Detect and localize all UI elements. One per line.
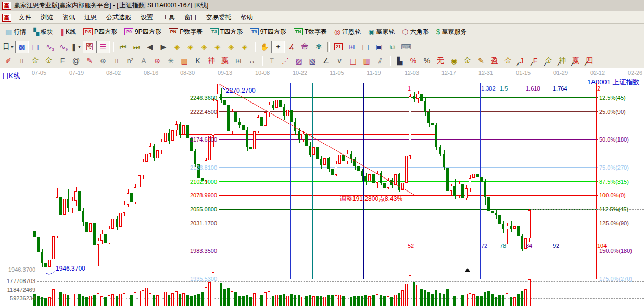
draw-tool-7[interactable]: ✎ <box>83 55 96 67</box>
candle[interactable] <box>82 211 84 222</box>
draw-tool-33[interactable]: % <box>420 55 434 67</box>
hexagon-button[interactable]: ⬡六角形 <box>398 26 432 38</box>
candle[interactable] <box>401 183 404 190</box>
candle[interactable] <box>142 162 144 175</box>
candle[interactable] <box>301 134 304 139</box>
draw-tool-38[interactable]: 盈 <box>488 55 501 67</box>
candle[interactable] <box>283 107 285 116</box>
candle-style-dropdown[interactable]: 日▼ <box>2 41 15 53</box>
volume-bar[interactable] <box>465 294 468 306</box>
volume-bar[interactable] <box>48 297 51 306</box>
candle[interactable] <box>450 186 452 191</box>
volume-bar[interactable] <box>249 297 252 306</box>
volume-bar[interactable] <box>227 288 230 306</box>
volume-bar[interactable] <box>41 297 43 306</box>
volume-bar[interactable] <box>201 292 204 306</box>
draw-tool-15[interactable]: K <box>191 55 205 67</box>
retracement-annotation[interactable]: 调整191.2800点8.43% <box>340 195 402 203</box>
next-bar-button[interactable]: ▶ <box>157 41 170 53</box>
draw-tool-27[interactable]: ▤ <box>346 55 360 67</box>
volume-bar[interactable] <box>100 296 103 306</box>
volume-bar[interactable] <box>469 293 471 306</box>
candle[interactable] <box>279 100 282 107</box>
menu-item-7[interactable]: 工具 <box>158 11 180 23</box>
candle[interactable] <box>350 154 352 159</box>
volume-bar[interactable] <box>405 284 408 306</box>
volume-bar[interactable] <box>246 295 248 306</box>
draw-tool-42[interactable]: 金∠ <box>542 55 555 67</box>
volume-bar[interactable] <box>268 291 270 306</box>
pattern-icon[interactable]: 图 <box>83 41 96 53</box>
volume-bar[interactable] <box>220 283 222 306</box>
candle[interactable] <box>316 147 319 158</box>
candle[interactable] <box>242 125 245 130</box>
candle[interactable] <box>175 124 178 130</box>
prev-bar-button[interactable]: ◀ <box>143 41 157 53</box>
volume-bar[interactable] <box>409 275 411 306</box>
winner-wheel-button[interactable]: ◉赢家轮 <box>364 26 398 38</box>
candle[interactable] <box>394 174 397 185</box>
draw-tool-26[interactable]: ∨ <box>333 55 346 67</box>
draw-tool-21[interactable]: ⌶ <box>265 55 279 67</box>
candle[interactable] <box>420 94 423 100</box>
candle[interactable] <box>194 151 196 164</box>
t-square-button[interactable]: T3T四方形 <box>206 26 246 38</box>
candle[interactable] <box>372 174 375 183</box>
candle[interactable] <box>364 176 367 181</box>
draw-tool-39[interactable]: 金 <box>501 55 515 67</box>
volume-bar[interactable] <box>238 296 241 306</box>
draw-tool-4[interactable]: 金 <box>42 55 56 67</box>
volume-bar[interactable] <box>484 292 486 306</box>
volume-bar[interactable] <box>283 294 285 306</box>
candle[interactable] <box>312 147 315 154</box>
volume-bar[interactable] <box>149 293 151 306</box>
candle[interactable] <box>253 131 256 149</box>
volume-bar[interactable] <box>346 296 348 306</box>
volume-bar[interactable] <box>420 289 423 306</box>
volume-bar[interactable] <box>44 298 47 306</box>
ninet-square-button[interactable]: T99T四方形 <box>246 26 290 38</box>
calculator-button[interactable]: ⊞ <box>345 41 359 53</box>
volume-bar[interactable] <box>387 296 389 306</box>
volume-bar[interactable] <box>435 290 437 306</box>
volume-bar[interactable] <box>427 292 430 306</box>
volume-bar[interactable] <box>208 282 211 306</box>
candle[interactable] <box>145 154 148 162</box>
menu-item-8[interactable]: 窗口 <box>180 11 201 23</box>
candle[interactable] <box>67 199 69 208</box>
gann-wheel-button[interactable]: ◎江恩轮 <box>331 26 364 38</box>
draw-tool-16[interactable]: 神 <box>205 55 218 67</box>
volume-bar[interactable] <box>446 289 449 306</box>
volume-bar[interactable] <box>234 292 237 306</box>
candle[interactable] <box>89 223 92 232</box>
volume-bar[interactable] <box>175 291 178 306</box>
candle[interactable] <box>123 205 125 213</box>
candle[interactable] <box>491 211 494 213</box>
volume-bar[interactable] <box>453 296 456 306</box>
candle[interactable] <box>134 187 136 202</box>
candle[interactable] <box>108 229 110 243</box>
candle[interactable] <box>320 159 322 165</box>
candle[interactable] <box>275 100 278 108</box>
volume-bar[interactable] <box>305 296 308 306</box>
sectors-button[interactable]: ▚板块 <box>30 26 57 38</box>
volume-bar[interactable] <box>67 295 69 306</box>
save-button[interactable]: ▣ <box>372 41 386 53</box>
candle[interactable] <box>97 241 99 245</box>
draw-tool-36[interactable]: 金 <box>461 55 474 67</box>
volume-bar[interactable] <box>327 295 330 306</box>
p-square-button[interactable]: PSP四方形 <box>80 26 121 38</box>
candle[interactable] <box>476 174 479 177</box>
candle[interactable] <box>335 164 337 175</box>
mesh-icon[interactable]: ▩ <box>15 41 29 53</box>
volume-bar[interactable] <box>145 288 148 306</box>
wave3-icon[interactable]: ∿3 <box>42 41 56 53</box>
draw-tool-43[interactable]: 神∠ <box>555 55 569 67</box>
volume-bar[interactable] <box>320 296 322 306</box>
volume-bar[interactable] <box>517 294 520 306</box>
volume-bar[interactable] <box>279 295 282 306</box>
candle[interactable] <box>104 234 107 243</box>
candle[interactable] <box>409 96 411 156</box>
candle[interactable] <box>376 173 378 183</box>
draw-tool-13[interactable]: ✳ <box>164 55 178 67</box>
